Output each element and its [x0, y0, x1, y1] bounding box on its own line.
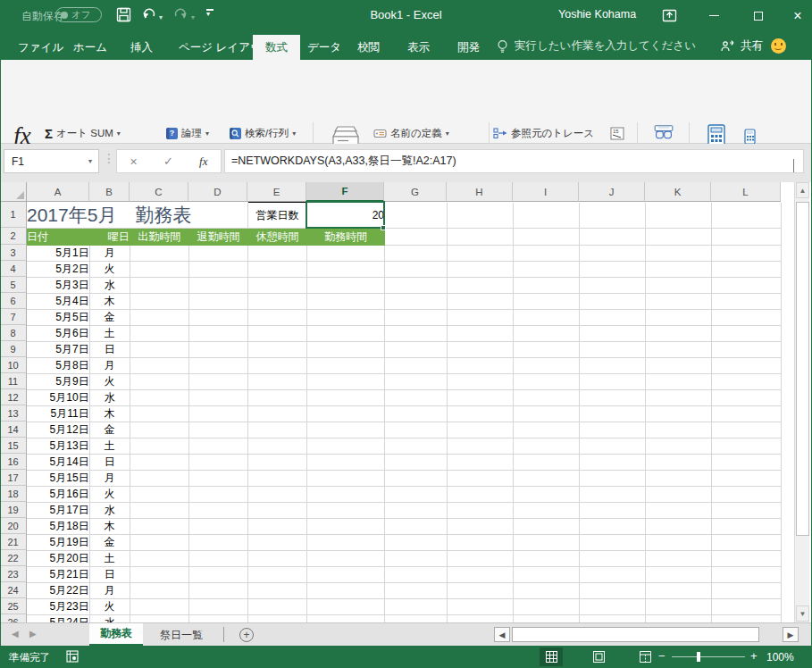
cell[interactable]: [646, 310, 712, 326]
cell[interactable]: [130, 342, 188, 358]
cell[interactable]: [188, 519, 247, 535]
page-break-view-button[interactable]: [633, 647, 657, 666]
cell[interactable]: [130, 374, 188, 390]
cell[interactable]: [385, 358, 448, 374]
cell[interactable]: [646, 326, 712, 342]
cell[interactable]: [580, 406, 646, 422]
cell-a1-title[interactable]: 2017年5月 勤務表: [27, 203, 248, 229]
autosave-toggle[interactable]: オフ: [55, 7, 102, 22]
cell[interactable]: [188, 599, 247, 615]
date-cell[interactable]: 5月8日: [27, 358, 89, 374]
cell[interactable]: [130, 438, 188, 455]
weekday-cell[interactable]: 木: [89, 294, 130, 310]
show-formulas-button[interactable]: 15: [610, 124, 624, 142]
cell[interactable]: [248, 246, 307, 262]
zoom-slider-track[interactable]: [672, 656, 745, 657]
name-box[interactable]: F1 ▾: [4, 149, 99, 173]
date-cell[interactable]: 5月20日: [27, 551, 89, 567]
cell[interactable]: [307, 342, 385, 358]
cell[interactable]: [712, 326, 782, 342]
column-header-b[interactable]: B: [89, 182, 130, 202]
cell[interactable]: [712, 615, 782, 623]
cell[interactable]: [514, 583, 580, 599]
cell[interactable]: [385, 599, 448, 615]
autosum-button[interactable]: Σ オート SUM▾: [45, 124, 121, 142]
row-header[interactable]: 19: [0, 502, 27, 518]
weekday-cell[interactable]: 月: [89, 246, 130, 262]
weekday-cell[interactable]: 土: [89, 438, 130, 455]
cell[interactable]: [448, 278, 514, 294]
cell[interactable]: [248, 390, 307, 406]
tab-developer[interactable]: 開発: [445, 35, 492, 60]
macro-record-icon[interactable]: [66, 650, 79, 664]
date-cell[interactable]: 5月19日: [27, 535, 89, 551]
cell[interactable]: [307, 310, 385, 326]
row-header[interactable]: 14: [0, 422, 27, 438]
cell[interactable]: [514, 503, 580, 519]
redo-dropdown[interactable]: ▾: [191, 13, 195, 21]
cell[interactable]: [307, 246, 385, 262]
cell[interactable]: [712, 246, 782, 262]
cell[interactable]: [307, 599, 385, 615]
cell[interactable]: [514, 390, 580, 406]
cell[interactable]: [307, 422, 385, 438]
sheet-tab-kinmuhyo[interactable]: 勤務表: [89, 623, 143, 647]
hscroll-right-button[interactable]: ▶: [783, 627, 799, 642]
cell[interactable]: [580, 294, 646, 310]
cell[interactable]: [646, 406, 712, 422]
cell[interactable]: [130, 294, 188, 310]
cell[interactable]: [188, 503, 247, 519]
cell[interactable]: [130, 487, 188, 503]
cell[interactable]: [248, 551, 307, 567]
cell[interactable]: [514, 294, 580, 310]
date-cell[interactable]: 5月23日: [27, 599, 89, 615]
cell[interactable]: [248, 455, 307, 471]
cell[interactable]: [448, 390, 514, 406]
cell[interactable]: [188, 358, 247, 374]
cell-b2[interactable]: 曜日: [89, 229, 130, 246]
cell[interactable]: [580, 519, 646, 535]
cell-e1[interactable]: 営業日数: [248, 203, 307, 229]
cell[interactable]: [385, 262, 448, 278]
cell[interactable]: [385, 390, 448, 406]
horizontal-scroll-thumb[interactable]: [512, 627, 759, 642]
cell[interactable]: [385, 229, 448, 246]
cell[interactable]: [514, 374, 580, 390]
cell[interactable]: [248, 406, 307, 422]
column-header-c[interactable]: C: [130, 182, 188, 202]
cell-a2[interactable]: 日付: [27, 229, 89, 246]
hscroll-left-button[interactable]: ◀: [494, 627, 510, 642]
cell[interactable]: [712, 535, 782, 551]
cell[interactable]: [188, 535, 247, 551]
cell[interactable]: [307, 519, 385, 535]
cell[interactable]: [307, 471, 385, 487]
cell[interactable]: [580, 374, 646, 390]
weekday-cell[interactable]: 日: [89, 342, 130, 358]
vertical-scrollbar[interactable]: ▲ ▼: [794, 182, 809, 623]
formula-input[interactable]: =NETWORKDAYS(A3,A33,祭日一覧!A2:A17): [224, 149, 804, 173]
cell[interactable]: [580, 455, 646, 471]
cell[interactable]: [130, 246, 188, 262]
cell[interactable]: [188, 390, 247, 406]
zoom-level[interactable]: 100%: [766, 651, 794, 664]
save-icon[interactable]: [116, 7, 131, 26]
cell[interactable]: [307, 358, 385, 374]
cell[interactable]: [130, 519, 188, 535]
cell[interactable]: [646, 567, 712, 583]
cell[interactable]: [130, 503, 188, 519]
cell[interactable]: [514, 310, 580, 326]
cell[interactable]: [248, 471, 307, 487]
date-cell[interactable]: 5月22日: [27, 583, 89, 599]
cell[interactable]: [646, 599, 712, 615]
cell[interactable]: [580, 551, 646, 567]
page-layout-view-button[interactable]: [587, 647, 610, 666]
weekday-cell[interactable]: 水: [89, 278, 130, 294]
date-cell[interactable]: 5月3日: [27, 278, 89, 294]
cell[interactable]: [448, 203, 514, 229]
cell[interactable]: [385, 551, 448, 567]
cell[interactable]: [248, 599, 307, 615]
cell[interactable]: [188, 326, 247, 342]
row-header[interactable]: 5: [0, 277, 27, 293]
define-name-button[interactable]: 名前の定義▾: [373, 124, 449, 142]
cell[interactable]: [448, 406, 514, 422]
